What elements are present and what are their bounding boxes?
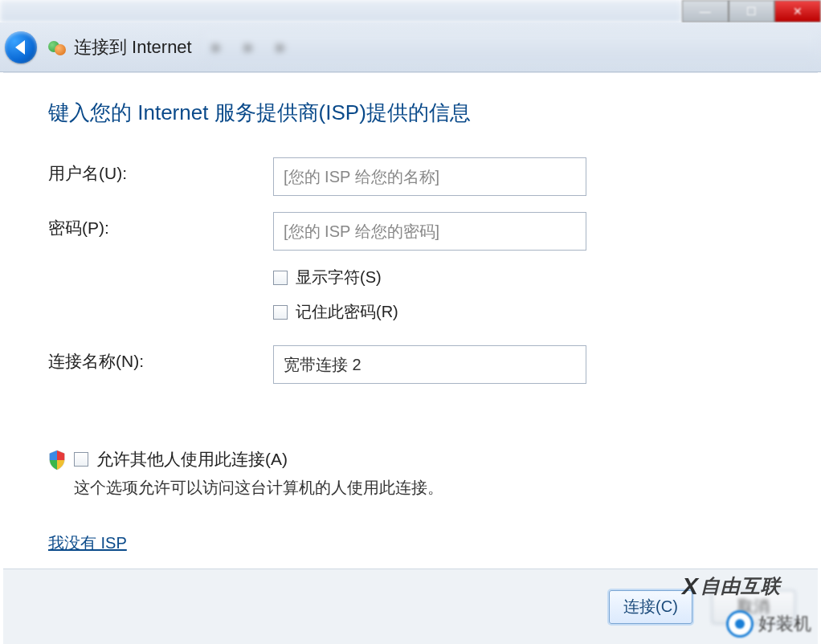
connection-name-input[interactable] — [273, 345, 586, 384]
show-characters-checkbox[interactable] — [273, 271, 288, 285]
remember-password-row: 记住此密码(R) — [273, 301, 773, 323]
password-label: 密码(P): — [48, 212, 273, 239]
remember-password-checkbox[interactable] — [273, 305, 288, 320]
allow-others-description: 这个选项允许可以访问这台计算机的人使用此连接。 — [74, 477, 443, 499]
show-characters-label: 显示字符(S) — [296, 267, 382, 288]
no-isp-link[interactable]: 我没有 ISP — [48, 532, 127, 554]
maximize-button[interactable]: ☐ — [729, 0, 775, 22]
username-input[interactable] — [273, 157, 586, 196]
password-row: 密码(P): — [48, 212, 773, 251]
minimize-button[interactable]: — — [682, 0, 729, 22]
page-heading: 键入您的 Internet 服务提供商(ISP)提供的信息 — [48, 99, 773, 127]
window-controls: — ☐ ✕ — [682, 0, 821, 22]
allow-others-row: 允许其他人使用此连接(A) 这个选项允许可以访问这台计算机的人使用此连接。 — [48, 448, 773, 499]
content-area: 键入您的 Internet 服务提供商(ISP)提供的信息 用户名(U): 密码… — [3, 72, 818, 565]
password-input[interactable] — [273, 212, 586, 251]
allow-others-line: 允许其他人使用此连接(A) — [74, 448, 443, 471]
blurred-breadcrumb: ▸▸▸ — [205, 32, 815, 61]
username-row: 用户名(U): — [48, 157, 773, 196]
allow-others-checkbox[interactable] — [74, 452, 88, 467]
shield-icon — [48, 450, 66, 471]
remember-password-label: 记住此密码(R) — [296, 301, 398, 323]
back-arrow-icon — [15, 40, 25, 55]
footer-bar: 连接(C) 取消 — [3, 569, 818, 644]
back-button[interactable] — [5, 31, 37, 63]
connection-name-row: 连接名称(N): — [48, 345, 773, 384]
blurred-window-chrome-top — [0, 0, 682, 22]
close-button[interactable]: ✕ — [774, 0, 821, 22]
nav-title: 连接到 Internet — [74, 35, 192, 59]
cancel-button[interactable]: 取消 — [712, 590, 795, 624]
connect-button[interactable]: 连接(C) — [609, 590, 692, 624]
show-characters-row: 显示字符(S) — [273, 267, 773, 288]
connection-name-label: 连接名称(N): — [48, 345, 273, 373]
network-internet-icon — [48, 39, 66, 56]
allow-others-label: 允许其他人使用此连接(A) — [96, 448, 288, 471]
username-label: 用户名(U): — [48, 157, 273, 185]
